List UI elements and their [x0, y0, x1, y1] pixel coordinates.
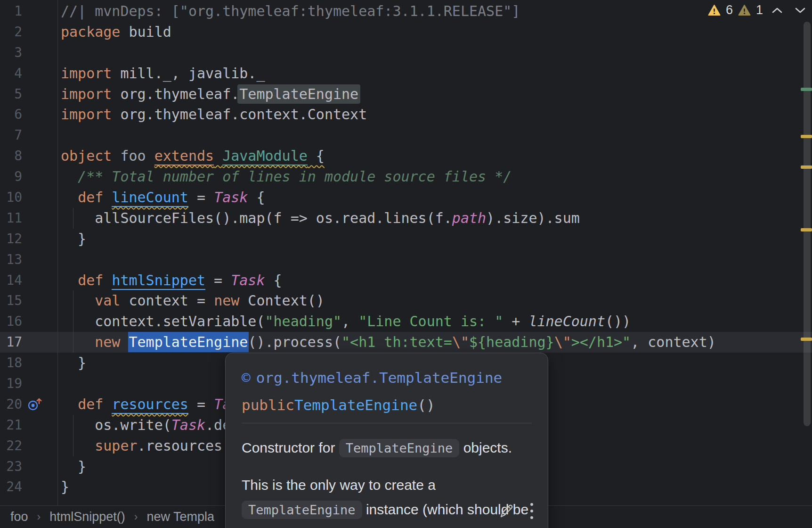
gutter-cell: [22, 353, 57, 373]
code-token: lineCount: [112, 189, 188, 207]
doc-paragraph: This is the only way to create aTemplate…: [242, 473, 532, 528]
ide-editor: 1//| mvnDeps: ["org.thymeleaf:thymeleaf:…: [0, 0, 812, 528]
code-token: ).size).sum: [486, 210, 580, 226]
code-token: context =: [120, 292, 214, 309]
code-token: new: [95, 334, 120, 350]
breadcrumb-item[interactable]: foo: [10, 510, 28, 524]
code-token: mill._, javalib._: [112, 65, 265, 82]
code-line[interactable]: 10 def lineCount = Task {: [0, 187, 812, 208]
stripe-marker[interactable]: [801, 165, 812, 169]
inspections-widget[interactable]: 6 1: [708, 3, 806, 17]
code-token: resources: [112, 396, 188, 414]
stripe-marker[interactable]: [801, 228, 812, 231]
constructor-signature: public TemplateEngine(): [242, 395, 532, 415]
gutter-separator: [57, 0, 58, 505]
warning-count: 6: [726, 3, 733, 17]
code-text: context.setVariable("heading", "Line Cou…: [61, 311, 631, 332]
class-icon: ©: [242, 371, 251, 385]
line-number: 19: [0, 373, 22, 394]
code-token: Context(): [239, 292, 325, 309]
code-line[interactable]: 3: [0, 42, 812, 63]
code-text: }: [61, 353, 86, 373]
gutter-cell: [22, 311, 57, 332]
code-line[interactable]: 2package build: [0, 22, 812, 42]
breadcrumb-item[interactable]: new Templa: [146, 510, 214, 524]
line-number: 15: [0, 290, 22, 311]
code-line[interactable]: 12 }: [0, 229, 812, 249]
code-token: allSourceFiles().map(f => os.read.lines(…: [61, 210, 452, 226]
code-token: [120, 334, 129, 350]
code-token: "<h1 th:text=: [341, 334, 452, 350]
line-number: 21: [0, 415, 22, 436]
code-text: new TemplateEngine().process("<h1 th:tex…: [61, 332, 716, 353]
line-number: 13: [0, 249, 22, 270]
code-token: //| mvnDeps: ["org.thymeleaf:thymeleaf:3…: [61, 3, 520, 19]
code-line[interactable]: 5import org.thymeleaf.TemplateEngine: [0, 84, 812, 105]
indent-guide: [73, 208, 73, 229]
doc-body: Constructor for TemplateEngine objects.T…: [242, 436, 532, 528]
gutter-cell: [22, 42, 57, 63]
code-line[interactable]: 4import mill._, javalib._: [0, 63, 812, 84]
code-line[interactable]: 9 /** Total number of lines in module so…: [0, 166, 812, 187]
doc-paragraph: Constructor for TemplateEngine objects.: [242, 436, 532, 461]
code-token: context.setVariable(: [61, 313, 265, 330]
more-options-icon[interactable]: [529, 502, 534, 520]
code-token: .resources(): [138, 437, 240, 454]
line-number: 2: [0, 22, 22, 42]
doc-text: objects.: [459, 440, 512, 455]
gutter-cell: [22, 229, 57, 249]
code-line[interactable]: 1//| mvnDeps: ["org.thymeleaf:thymeleaf:…: [0, 1, 812, 22]
gutter-cell: [22, 125, 57, 146]
stripe-marker[interactable]: [801, 135, 812, 138]
code-token: [61, 334, 95, 350]
code-token: foo: [120, 148, 146, 164]
code-chip: TemplateEngine: [242, 501, 362, 519]
code-token: [103, 189, 112, 206]
code-token: org.thymeleaf.context.Context: [112, 106, 367, 123]
code-line[interactable]: 6import org.thymeleaf.context.Context: [0, 104, 812, 125]
stripe-marker[interactable]: [801, 88, 812, 91]
breadcrumb-separator-icon: ›: [37, 511, 41, 523]
code-token: Task: [214, 189, 248, 206]
warning-icon: [708, 4, 721, 16]
code-line[interactable]: 17 new TemplateEngine().process("<h1 th:…: [0, 332, 812, 353]
indent-guide: [73, 290, 73, 353]
line-number: 4: [0, 63, 22, 84]
code-line[interactable]: 15 val context = new Context(): [0, 290, 812, 311]
code-token: def: [78, 396, 103, 412]
doc-header: © org.thymeleaf.TemplateEngine: [242, 367, 532, 388]
class-link[interactable]: org.thymeleaf.TemplateEngine: [256, 369, 503, 386]
line-number: 12: [0, 229, 22, 249]
code-line[interactable]: 11 allSourceFiles().map(f => os.read.lin…: [0, 208, 812, 229]
code-token: [103, 272, 112, 289]
code-token: def: [78, 189, 103, 206]
code-token: =: [188, 396, 214, 412]
next-issue-button[interactable]: [794, 6, 806, 15]
code-line[interactable]: 8object foo extends JavaModule {: [0, 146, 812, 166]
gutter-cell: [22, 415, 57, 436]
code-text: allSourceFiles().map(f => os.read.lines(…: [61, 208, 580, 229]
line-number: 22: [0, 436, 22, 456]
code-line[interactable]: 7: [0, 125, 812, 146]
edit-icon[interactable]: [498, 502, 515, 519]
code-line[interactable]: 16 context.setVariable("heading", "Line …: [0, 311, 812, 332]
code-text: }: [61, 477, 69, 497]
gutter-cell: [22, 63, 57, 84]
code-line[interactable]: 14 def htmlSnippet = Task {: [0, 270, 812, 291]
gutter-cell: [22, 394, 57, 415]
code-token: {: [265, 272, 282, 289]
code-token: val: [95, 292, 120, 309]
code-token: ()): [605, 313, 631, 330]
scrollbar-thumb[interactable]: [804, 22, 811, 426]
breadcrumb-item[interactable]: htmlSnippet(): [49, 510, 125, 524]
code-text: //| mvnDeps: ["org.thymeleaf:thymeleaf:3…: [61, 1, 520, 22]
line-number: 24: [0, 477, 22, 497]
line-number: 18: [0, 353, 22, 373]
previous-issue-button[interactable]: [771, 6, 783, 15]
code-line[interactable]: 13: [0, 249, 812, 270]
line-number: 23: [0, 456, 22, 477]
code-token: lineCount: [528, 313, 605, 330]
code-token: [214, 148, 222, 164]
stripe-marker[interactable]: [801, 338, 812, 341]
code-token: , context): [631, 334, 716, 350]
